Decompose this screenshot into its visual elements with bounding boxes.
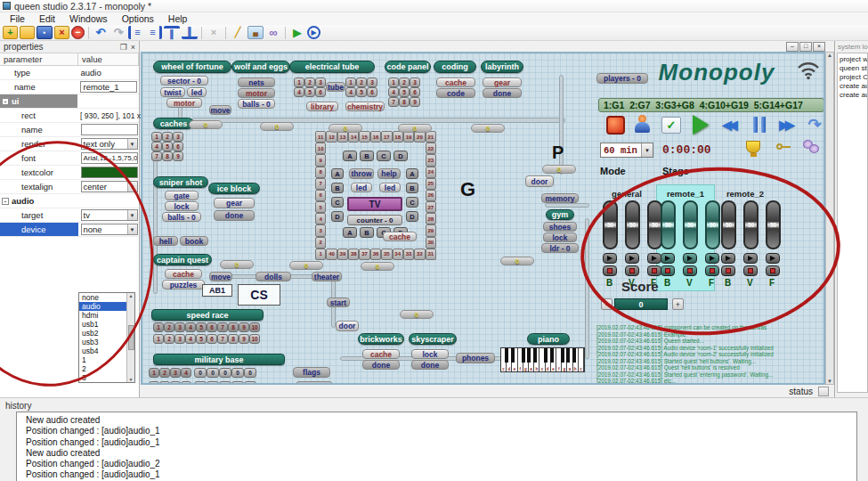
theater-button[interactable]: theater bbox=[312, 272, 342, 281]
fast-forward-button[interactable]: ▶▶ bbox=[774, 114, 797, 135]
door-button[interactable]: door bbox=[336, 321, 359, 331]
save-icon[interactable]: ▪ bbox=[37, 26, 53, 39]
maximize-icon[interactable]: □ bbox=[799, 42, 812, 52]
trophy-icon[interactable] bbox=[746, 141, 760, 153]
done-button[interactable]: done bbox=[411, 360, 449, 370]
door-button[interactable]: door bbox=[525, 175, 554, 187]
military-key[interactable]: 4 bbox=[181, 368, 191, 378]
military-key[interactable]: 2 bbox=[159, 368, 170, 378]
menu-item[interactable]: Edit bbox=[33, 13, 61, 24]
dropdown-option[interactable]: usb2 bbox=[79, 329, 126, 338]
board-cell[interactable]: 30 bbox=[426, 237, 436, 249]
board-cell[interactable]: 7 bbox=[315, 178, 326, 190]
dropdown-option[interactable]: 3 bbox=[79, 373, 126, 382]
cache-button[interactable]: cache bbox=[383, 232, 417, 241]
tube-key[interactable]: 2 bbox=[304, 77, 315, 87]
menu-item[interactable]: Help bbox=[162, 13, 194, 24]
lock-button[interactable]: lock bbox=[165, 201, 199, 211]
dropdown-option[interactable]: audio bbox=[79, 302, 126, 311]
fader-play-button[interactable] bbox=[603, 253, 617, 264]
tube-key[interactable]: 1 bbox=[294, 77, 304, 87]
board-cell[interactable]: 35 bbox=[381, 249, 392, 260]
ui-name-input[interactable] bbox=[81, 124, 138, 135]
tube-button[interactable]: tube bbox=[326, 82, 345, 92]
chevron-down-icon[interactable]: ▼ bbox=[127, 182, 137, 192]
cache-button[interactable]: cache bbox=[436, 77, 475, 87]
rewind-button[interactable]: ◀◀ bbox=[717, 114, 740, 135]
tube-key[interactable]: 6 bbox=[315, 87, 326, 97]
speed-key[interactable]: 7 bbox=[217, 322, 228, 332]
scroll-down-icon[interactable]: ▼ bbox=[827, 379, 832, 384]
board-cell[interactable]: 23 bbox=[426, 154, 436, 166]
volume-slider[interactable]: 50 bbox=[743, 200, 758, 249]
fader-play-button[interactable] bbox=[647, 253, 661, 264]
delete-icon[interactable]: × bbox=[206, 26, 222, 39]
code-key[interactable]: 4 bbox=[388, 87, 399, 97]
volume-slider[interactable]: 50 bbox=[603, 200, 618, 249]
motor-button[interactable]: motor bbox=[238, 88, 275, 98]
book-button[interactable]: book bbox=[180, 236, 208, 246]
align-top-icon[interactable]: ∥ bbox=[164, 26, 180, 39]
speed-key[interactable]: 4 bbox=[185, 334, 196, 344]
speed-key[interactable]: 8 bbox=[228, 322, 239, 332]
chemistry-button[interactable]: chemistry bbox=[345, 102, 385, 111]
board-letter-key[interactable]: D bbox=[331, 211, 344, 222]
board-cell[interactable]: 39 bbox=[337, 249, 348, 260]
align-left-icon[interactable]: ≡ bbox=[128, 26, 144, 39]
align-bottom-icon[interactable]: ∥ bbox=[182, 26, 198, 39]
done-button[interactable]: done bbox=[362, 360, 400, 370]
speed-key[interactable]: 1 bbox=[153, 334, 164, 344]
tube-key[interactable]: 1 bbox=[345, 77, 356, 87]
collapse-icon[interactable]: - bbox=[2, 198, 9, 205]
dolls-button[interactable]: dolls bbox=[256, 272, 291, 281]
board-cell[interactable]: 28 bbox=[426, 213, 436, 224]
minimize-icon[interactable]: – bbox=[786, 42, 799, 52]
code-key[interactable]: 6 bbox=[410, 87, 420, 97]
speed-key[interactable]: 8 bbox=[228, 334, 239, 344]
board-letter-key[interactable]: B bbox=[360, 227, 374, 238]
speed-key[interactable]: 5 bbox=[196, 334, 207, 344]
speed-key[interactable]: 5 bbox=[196, 322, 207, 332]
speed-key[interactable]: 7 bbox=[217, 334, 228, 344]
led-button[interactable]: led bbox=[379, 183, 401, 192]
piano-black-key[interactable] bbox=[505, 348, 508, 363]
scroll-up-icon[interactable]: ▲ bbox=[827, 53, 832, 58]
fader-stop-button[interactable] bbox=[661, 265, 675, 276]
menu-item[interactable]: Options bbox=[116, 13, 160, 24]
tube-key[interactable]: 2 bbox=[356, 77, 367, 87]
prop-row-audio-group[interactable]: -audio bbox=[0, 194, 139, 208]
done-button[interactable]: done bbox=[214, 210, 255, 221]
menu-item[interactable]: File bbox=[4, 13, 31, 24]
hell-button[interactable]: hell bbox=[153, 236, 178, 246]
board-cell[interactable]: 11 bbox=[315, 131, 326, 143]
volume-slider[interactable]: 50 bbox=[766, 200, 781, 249]
speed-key[interactable]: 4 bbox=[185, 322, 196, 332]
lock-button[interactable]: lock bbox=[411, 349, 449, 359]
gear-button[interactable]: gear bbox=[483, 77, 522, 87]
move-button[interactable]: move bbox=[209, 105, 231, 115]
volume-slider[interactable]: 50 bbox=[721, 200, 736, 249]
piano-black-key[interactable] bbox=[566, 348, 570, 363]
piano-keyboard[interactable]: cdefgahcdefgahc bbox=[500, 347, 585, 372]
dropdown-scrollbar[interactable]: ▲ ▼ bbox=[126, 293, 134, 382]
piano-black-key[interactable] bbox=[544, 348, 548, 363]
board-letter-key[interactable]: C bbox=[331, 197, 344, 208]
fader-play-button[interactable] bbox=[743, 253, 758, 264]
dropdown-option[interactable]: usb3 bbox=[79, 338, 126, 346]
stop-button[interactable] bbox=[604, 114, 627, 135]
tube-key[interactable]: 6 bbox=[367, 87, 377, 97]
code-button[interactable]: code bbox=[436, 88, 475, 98]
cache-key[interactable]: 9 bbox=[173, 151, 183, 161]
board-letter-key[interactable]: A bbox=[406, 168, 418, 179]
volume-slider[interactable]: 50 bbox=[683, 200, 698, 249]
board-letter-key[interactable]: B bbox=[360, 151, 374, 161]
phones-button[interactable]: phones bbox=[456, 353, 495, 363]
board-letter-key[interactable]: C bbox=[377, 151, 391, 161]
cache-button[interactable]: cache bbox=[165, 269, 202, 279]
collapse-icon[interactable]: - bbox=[2, 98, 9, 105]
piano-black-key[interactable] bbox=[527, 348, 531, 363]
board-cell[interactable]: 3 bbox=[315, 224, 326, 236]
redo-icon[interactable]: ↷ bbox=[110, 26, 126, 39]
play-icon[interactable]: ▶ bbox=[289, 26, 305, 39]
cache-key[interactable]: 3 bbox=[173, 132, 183, 142]
